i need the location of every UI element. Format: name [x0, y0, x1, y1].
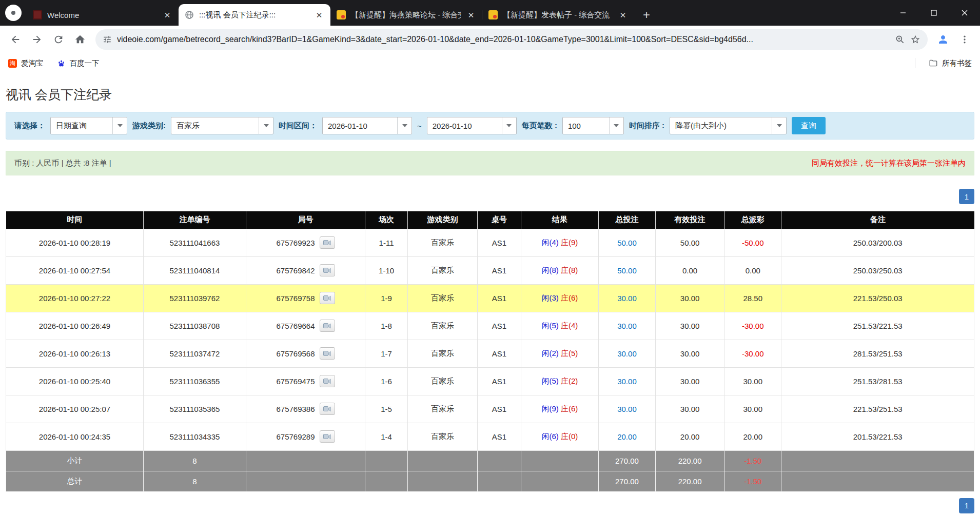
- maximize-button[interactable]: [918, 0, 949, 26]
- tab-forum-post[interactable]: 【新提醒】发表帖子 - 综合交流 ✕: [482, 4, 634, 26]
- query-type-select[interactable]: 日期查询: [50, 117, 127, 134]
- footer-empty-cell: [781, 450, 974, 471]
- total-bet-link[interactable]: 20.00: [617, 432, 637, 441]
- total-bet-link[interactable]: 30.00: [617, 294, 637, 303]
- home-button[interactable]: [70, 29, 90, 50]
- footer-empty-cell: [408, 450, 478, 471]
- cell-valid-bet: 30.00: [656, 340, 724, 367]
- bookmark-baidu[interactable]: 百度一下: [57, 58, 100, 68]
- total-bet-link[interactable]: 50.00: [617, 239, 637, 247]
- chevron-down-icon: [502, 117, 516, 134]
- menu-icon[interactable]: [954, 29, 975, 50]
- taobao-icon: 淘: [8, 59, 17, 68]
- date-range-label: 时间区间：: [279, 121, 317, 131]
- replay-video-button[interactable]: [320, 320, 335, 332]
- total-bet-link[interactable]: 30.00: [617, 405, 637, 413]
- zoom-icon[interactable]: [895, 34, 905, 45]
- payout-value: -50.00: [742, 239, 764, 247]
- chevron-down-icon: [609, 117, 623, 134]
- tab-close-icon[interactable]: ✕: [618, 10, 628, 20]
- cell-total-bet: 30.00: [598, 395, 655, 423]
- omnibox[interactable]: [95, 29, 928, 50]
- game-type-value: 百家乐: [171, 121, 259, 131]
- tab-close-icon[interactable]: ✕: [162, 10, 172, 20]
- cell-time: 2026-01-10 00:27:22: [6, 284, 144, 312]
- date-end-select[interactable]: 2026-01-10: [427, 117, 517, 134]
- total-bet-link[interactable]: 30.00: [617, 377, 637, 386]
- sort-select[interactable]: 降幂(由大到小): [670, 117, 787, 134]
- welcome-favicon: [33, 10, 42, 19]
- footer-empty-cell: [521, 471, 598, 491]
- site-settings-icon[interactable]: [103, 35, 112, 44]
- tab-bet-records[interactable]: :::视讯 会员下注纪录::: ✕: [179, 4, 330, 26]
- banker-result: 庄(5): [561, 349, 578, 358]
- cell-bet-id: 523111035365: [143, 395, 246, 423]
- cell-round: 675769842: [246, 256, 365, 284]
- tab-search-button[interactable]: [5, 5, 22, 21]
- replay-video-button[interactable]: [320, 403, 335, 415]
- summary-notice: 同局有效投注，统一计算在该局第一张注单内: [812, 158, 966, 168]
- replay-video-button[interactable]: [320, 347, 335, 360]
- new-tab-button[interactable]: +: [638, 7, 655, 23]
- reload-button[interactable]: [48, 29, 69, 50]
- table-row: 2026-01-10 00:27:54523111040814675769842…: [6, 256, 974, 284]
- replay-video-button[interactable]: [320, 264, 335, 276]
- cell-game-type: 百家乐: [408, 340, 478, 367]
- close-button[interactable]: [949, 0, 980, 26]
- replay-video-button[interactable]: [320, 375, 335, 387]
- date-start-select[interactable]: 2026-01-10: [322, 117, 412, 134]
- round-number: 675769923: [276, 239, 315, 247]
- payout-value: 30.00: [743, 377, 762, 386]
- cell-time: 2026-01-10 00:26:13: [6, 340, 144, 367]
- round-number: 675769664: [276, 322, 315, 330]
- bookmark-label: 百度一下: [70, 58, 100, 68]
- forum-favicon: [337, 10, 346, 19]
- bookmark-star-icon[interactable]: [910, 34, 920, 45]
- page-1-button[interactable]: 1: [959, 498, 974, 513]
- payout-value: 28.50: [743, 294, 762, 303]
- select-label: 请选择：: [14, 121, 45, 131]
- cell-table-no: AS1: [477, 256, 521, 284]
- tab-close-icon[interactable]: ✕: [314, 10, 324, 20]
- summary-bar: 币别 : 人民币 | 总共 :8 注单 | 同局有效投注，统一计算在该局第一张注…: [6, 151, 974, 175]
- page-1-button[interactable]: 1: [959, 189, 974, 204]
- cell-bet-id: 523111041663: [143, 229, 246, 256]
- per-page-select[interactable]: 100: [562, 117, 624, 134]
- footer-valid-bet: 220.00: [656, 450, 724, 471]
- banker-result: 庄(6): [561, 293, 578, 302]
- tab-close-icon[interactable]: ✕: [466, 10, 476, 20]
- table-footer-row: 总计8270.00220.00-1.50: [6, 471, 974, 491]
- cell-table-no: AS1: [477, 312, 521, 340]
- replay-video-button[interactable]: [320, 292, 335, 304]
- all-bookmarks-button[interactable]: 所有书签: [929, 58, 972, 68]
- tab-forum-haiyan[interactable]: 【新提醒】海燕策略论坛 - 综合交 ✕: [330, 4, 482, 26]
- cell-bet-id: 523111034335: [143, 423, 246, 450]
- search-button[interactable]: 查询: [792, 117, 826, 134]
- profile-avatar[interactable]: [933, 29, 953, 50]
- tab-title: :::视讯 会员下注纪录:::: [199, 10, 309, 20]
- cell-payout: 20.00: [724, 423, 781, 450]
- cell-result: 闲(3) 庄(6): [521, 284, 598, 312]
- url-input[interactable]: [117, 35, 890, 44]
- replay-video-button[interactable]: [320, 236, 335, 249]
- bookmark-aitaobao[interactable]: 淘 爱淘宝: [8, 58, 44, 68]
- payout-value: -30.00: [742, 322, 764, 330]
- chevron-down-icon: [259, 117, 273, 134]
- per-page-label: 每页笔数 :: [522, 121, 557, 131]
- total-bet-link[interactable]: 50.00: [617, 266, 637, 275]
- cell-time: 2026-01-10 00:25:07: [6, 395, 144, 423]
- minimize-button[interactable]: [888, 0, 918, 26]
- total-bet-link[interactable]: 30.00: [617, 349, 637, 358]
- total-bet-link[interactable]: 30.00: [617, 322, 637, 330]
- tab-welcome[interactable]: Welcome ✕: [27, 4, 179, 26]
- banker-result: 庄(8): [561, 266, 578, 274]
- back-button[interactable]: [5, 29, 26, 50]
- banker-result: 庄(4): [561, 321, 578, 330]
- cell-valid-bet: 0.00: [656, 256, 724, 284]
- replay-video-button[interactable]: [320, 430, 335, 443]
- cell-game-type: 百家乐: [408, 256, 478, 284]
- forward-button[interactable]: [27, 29, 47, 50]
- chevron-down-icon: [112, 117, 127, 134]
- game-type-select[interactable]: 百家乐: [171, 117, 273, 134]
- cell-table-no: AS1: [477, 229, 521, 256]
